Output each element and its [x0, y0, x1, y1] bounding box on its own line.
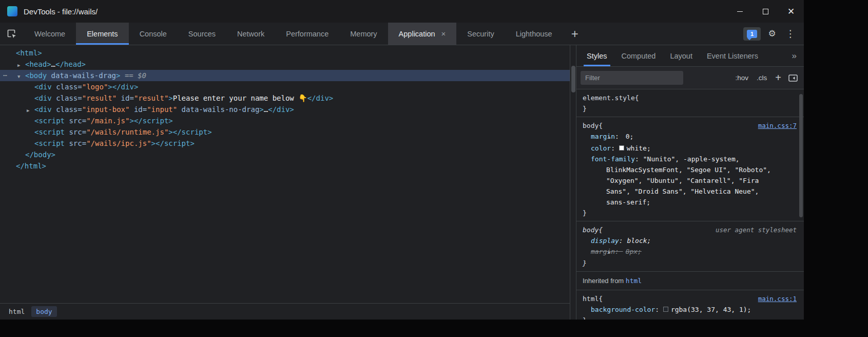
sidebar-tab-styles[interactable]: Styles [580, 45, 614, 66]
code-token: "input-box" [82, 105, 130, 114]
breadcrumb-item-html[interactable]: html [4, 306, 29, 317]
expand-arrow-icon[interactable]: ▼ [17, 71, 25, 82]
dom-tree-row[interactable]: ▶<head>…</head> [0, 59, 570, 70]
inherited-from-selector[interactable]: html [626, 277, 642, 285]
tab-memory[interactable]: Memory [339, 23, 388, 45]
settings-button[interactable]: ⚙ [765, 27, 779, 41]
sidebar-tab-layout[interactable]: Layout [663, 45, 700, 66]
stylesheet-link[interactable]: main.css:7 [753, 120, 797, 131]
expand-arrow-icon[interactable]: ▶ [27, 105, 34, 116]
code-token: </div> [307, 94, 334, 102]
close-button[interactable]: ✕ [778, 0, 804, 23]
color-swatch[interactable] [619, 145, 624, 151]
code-token: id= [129, 105, 147, 114]
inspect-element-button[interactable] [0, 23, 24, 45]
css-selector[interactable]: html [583, 293, 599, 304]
issues-button[interactable]: 1 [743, 27, 761, 41]
code-token: </body> [25, 151, 55, 159]
stylesheet-link[interactable]: main.css:1 [753, 293, 797, 304]
row-menu-icon[interactable]: ⋯ [3, 70, 7, 81]
dom-tree: <html>▶<head>…</head>⋯▼<body data-wails-… [0, 45, 570, 303]
minimize-button[interactable] [727, 0, 753, 23]
devtools-app-icon [7, 6, 17, 16]
tab-label: Application [399, 30, 435, 38]
dom-tree-row[interactable]: ▶<div class="input-box" id="input" data-… [0, 104, 570, 115]
new-style-rule-button[interactable]: + [775, 72, 781, 84]
tab-welcome[interactable]: Welcome [24, 23, 76, 45]
css-declaration[interactable]: background-color: rgba(33, 37, 43, 1); [576, 304, 771, 315]
code-token: </html> [16, 162, 46, 170]
stylesheet-link: user agent stylesheet [710, 224, 797, 235]
expand-arrow-icon[interactable]: ▶ [17, 60, 25, 71]
code-token: "/wails/ipc.js" [86, 139, 151, 147]
code-token: </script> [173, 128, 212, 136]
css-selector-line: html {main.css:1 [576, 293, 804, 304]
tab-application[interactable]: Application× [388, 23, 457, 45]
css-declaration[interactable]: display: block; [576, 235, 771, 246]
styles-scrollbar-thumb[interactable] [799, 94, 803, 217]
minimize-icon [737, 11, 743, 12]
code-token: > [108, 83, 112, 91]
code-token: src= [65, 139, 86, 147]
css-property-name: margin [591, 248, 615, 255]
main-menu-button[interactable]: ⋮ [783, 27, 798, 41]
css-selector[interactable]: element.style [583, 92, 635, 103]
sidebar-toggle-icon [788, 74, 798, 82]
tab-label: Welcome [34, 30, 65, 38]
elements-scrollbar-thumb[interactable] [571, 66, 575, 92]
dom-tree-row[interactable]: <script src="/main.js"></script> [0, 115, 570, 126]
colon: : [619, 237, 627, 245]
css-rule: body {main.css:7margin: ▶0;color: white;… [576, 117, 804, 221]
tab-console[interactable]: Console [129, 23, 178, 45]
maximize-button[interactable] [753, 0, 778, 23]
code-token: <div [34, 83, 52, 91]
dom-tree-row[interactable]: </body> [0, 149, 570, 160]
close-tab-icon[interactable]: × [441, 29, 446, 38]
css-declaration[interactable]: color: white; [576, 143, 771, 154]
style-filter-input[interactable] [581, 71, 683, 85]
toggle-sidebar-button[interactable] [788, 74, 798, 82]
tab-elements[interactable]: Elements [76, 23, 128, 45]
titlebar: DevTools - file://wails/ ✕ [0, 0, 804, 23]
css-declaration[interactable]: margin: ▶8px; [576, 246, 771, 258]
tab-sources[interactable]: Sources [178, 23, 226, 45]
dom-tree-row[interactable]: ⋯▼<body data-wails-drag> == $0 [0, 70, 570, 81]
dom-tree-row[interactable]: <html> [0, 47, 570, 59]
breadcrumb-bar: htmlbody [0, 303, 570, 320]
toggle-element-state-button[interactable]: :hov [736, 74, 749, 82]
main-split: <html>▶<head>…</head>⋯▼<body data-wails-… [0, 45, 804, 320]
tab-security[interactable]: Security [456, 23, 505, 45]
styles-content: element.style {}body {main.css:7margin: … [576, 89, 804, 320]
css-declaration[interactable]: margin: ▶0; [576, 131, 771, 143]
dom-tree-row[interactable]: <script src="/wails/runtime.js"></script… [0, 126, 570, 138]
more-sidebar-tabs-button[interactable]: » [792, 51, 804, 61]
styles-scrollbar[interactable] [798, 90, 804, 320]
code-token: <div [34, 105, 52, 114]
code-token: src= [65, 128, 86, 136]
window-controls: ✕ [727, 0, 804, 23]
code-token: "logo" [82, 83, 108, 91]
sidebar-tab-computed[interactable]: Computed [614, 45, 663, 66]
dom-tree-row[interactable]: <div class="result" id="result">Please e… [0, 92, 570, 104]
css-declaration[interactable]: font-family: "Nunito", -apple-system, Bl… [576, 154, 771, 208]
sidebar-tab-event-listeners[interactable]: Event Listeners [700, 45, 765, 66]
inherited-from-header: Inherited from html [576, 272, 804, 290]
css-selector[interactable]: body [583, 120, 599, 131]
code-token: class= [52, 105, 82, 114]
tab-network[interactable]: Network [226, 23, 275, 45]
tab-lighthouse[interactable]: Lighthouse [505, 23, 563, 45]
code-token: > [168, 128, 172, 136]
add-panel-button[interactable]: + [563, 23, 587, 45]
code-token: "/wails/runtime.js" [86, 128, 168, 136]
tab-performance[interactable]: Performance [275, 23, 339, 45]
dom-tree-row[interactable]: </html> [0, 160, 570, 172]
elements-scrollbar[interactable] [570, 45, 576, 320]
element-classes-button[interactable]: .cls [757, 74, 767, 82]
dom-tree-row[interactable]: <script src="/wails/ipc.js"></script> [0, 138, 570, 149]
code-token: "/main.js" [86, 117, 129, 125]
css-selector[interactable]: body [583, 224, 599, 235]
dom-tree-row[interactable]: <div class="logo"></div> [0, 81, 570, 92]
color-swatch[interactable] [663, 307, 668, 312]
breadcrumb-item-body[interactable]: body [31, 306, 56, 317]
open-brace: { [635, 92, 639, 103]
